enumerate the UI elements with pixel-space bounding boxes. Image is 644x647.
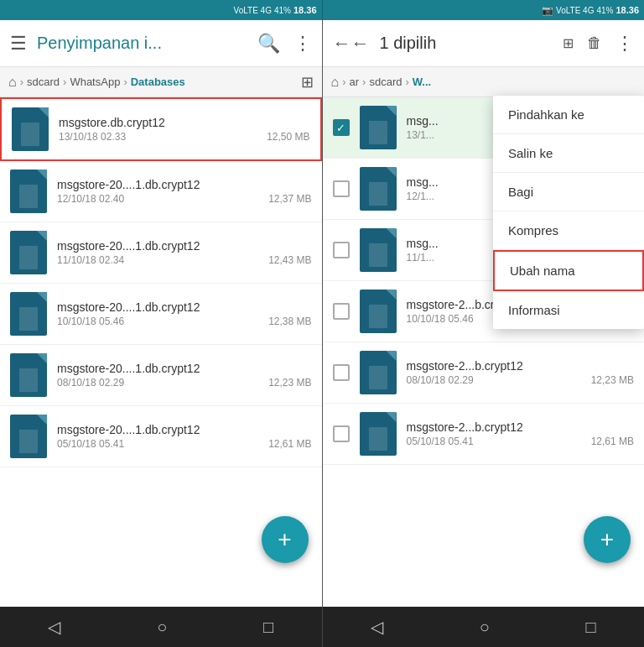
bottom-nav-left: ◁ ○ □ [0, 607, 323, 647]
right-grid-icon[interactable]: ⊞ [559, 32, 577, 55]
file-item-2[interactable]: msgstore-20....1.db.crypt12 11/10/18 02.… [0, 222, 322, 284]
right-file-date-4: 08/10/18 02.29 [407, 374, 474, 386]
file-item-4[interactable]: msgstore-20....1.db.crypt12 08/10/18 02.… [0, 345, 322, 406]
right-breadcrumb-sdcard[interactable]: sdcard [369, 76, 402, 88]
right-file-icon-2 [360, 228, 397, 272]
file-size-0: 12,50 MB [267, 131, 309, 143]
right-file-date-1: 12/1... [407, 190, 434, 202]
file-meta-2: 11/10/18 02.34 12,43 MB [57, 254, 312, 266]
breadcrumb-sdcard[interactable]: sdcard [27, 76, 60, 88]
file-date-0: 13/10/18 02.33 [59, 131, 126, 143]
right-file-icon-1 [360, 167, 397, 211]
file-icon-5 [10, 415, 47, 458]
file-meta-5: 05/10/18 05.41 12,61 MB [57, 438, 312, 450]
back-nav-button-left[interactable]: ◁ [41, 610, 67, 644]
file-item-1[interactable]: msgstore-20....1.db.crypt12 12/10/18 02.… [0, 161, 322, 222]
right-checkbox-2[interactable] [333, 242, 350, 258]
file-name-4: msgstore-20....1.db.crypt12 [57, 362, 312, 375]
file-name-2: msgstore-20....1.db.crypt12 [57, 239, 312, 253]
signal-right: VoLTE 4G [556, 6, 594, 15]
more-options-icon[interactable] [290, 29, 315, 58]
right-file-item-5[interactable]: msgstore-2...b.crypt12 05/10/18 05.41 12… [323, 404, 645, 465]
search-icon[interactable]: 🔍 [254, 29, 283, 58]
file-icon-4 [10, 353, 47, 397]
context-menu-bagi[interactable]: Bagi [493, 173, 644, 211]
file-icon-0 [12, 107, 49, 151]
right-file-date-2: 11/1... [407, 252, 434, 263]
home-nav-button-left[interactable]: ○ [150, 611, 174, 644]
right-file-icon-5 [360, 412, 397, 456]
right-home-icon[interactable]: ⌂ [331, 75, 340, 90]
status-bar-left: VoLTE 4G 41% 18.36 [0, 0, 323, 20]
right-file-size-4: 12,23 MB [591, 374, 634, 386]
right-file-item-4[interactable]: msgstore-2...b.crypt12 08/10/18 02.29 12… [323, 342, 645, 404]
left-panel: Penyimpanan i... 🔍 ⌂ › sdcard › WhatsApp… [0, 20, 323, 607]
file-date-5: 05/10/18 05.41 [57, 438, 124, 450]
menu-icon[interactable] [7, 29, 30, 58]
file-item-5[interactable]: msgstore-20....1.db.crypt12 05/10/18 05.… [0, 406, 322, 467]
context-menu-salin[interactable]: Salin ke [493, 134, 644, 173]
right-file-icon-3 [360, 290, 397, 333]
right-file-info-5: msgstore-2...b.crypt12 05/10/18 05.41 12… [407, 420, 635, 447]
file-meta-3: 10/10/18 05.46 12,38 MB [57, 316, 312, 327]
right-file-date-3: 10/10/18 05.46 [407, 313, 474, 325]
context-menu-kompres[interactable]: Kompres [493, 211, 644, 250]
right-breadcrumb-ar[interactable]: ar [350, 76, 360, 88]
file-date-1: 12/10/18 02.40 [57, 193, 124, 205]
right-file-info-4: msgstore-2...b.crypt12 08/10/18 02.29 12… [407, 359, 635, 386]
right-breadcrumb: ⌂ › ar › sdcard › W... [323, 67, 645, 97]
file-meta-1: 12/10/18 02.40 12,37 MB [57, 193, 312, 205]
grid-view-icon[interactable]: ⊞ [301, 73, 314, 91]
right-file-meta-4: 08/10/18 02.29 12,23 MB [407, 374, 635, 386]
main-row: Penyimpanan i... 🔍 ⌂ › sdcard › WhatsApp… [0, 20, 644, 607]
right-checkbox-0[interactable] [333, 119, 350, 136]
file-size-2: 12,43 MB [268, 254, 311, 266]
recents-nav-button-left[interactable]: □ [257, 611, 280, 644]
right-file-name-4: msgstore-2...b.crypt12 [407, 359, 635, 373]
file-info-0: msgstore.db.crypt12 13/10/18 02.33 12,50… [59, 116, 310, 143]
recents-nav-button-right[interactable]: □ [579, 611, 603, 644]
back-nav-button-right[interactable]: ◁ [364, 610, 390, 644]
file-date-4: 08/10/18 02.29 [57, 377, 124, 389]
status-bar-right: 📷 VoLTE 4G 41% 18.36 [323, 0, 645, 20]
file-item-0[interactable]: msgstore.db.crypt12 13/10/18 02.33 12,50… [0, 97, 322, 161]
breadcrumb-whatsapp[interactable]: WhatsApp [70, 76, 120, 88]
back-button[interactable]: ← [330, 29, 373, 58]
context-menu-pindahkan[interactable]: Pindahkan ke [493, 96, 644, 134]
file-meta-0: 13/10/18 02.33 12,50 MB [59, 131, 310, 143]
right-checkbox-3[interactable] [333, 303, 350, 320]
file-item-3[interactable]: msgstore-20....1.db.crypt12 10/10/18 05.… [0, 284, 322, 345]
file-name-3: msgstore-20....1.db.crypt12 [57, 300, 312, 314]
right-breadcrumb-w[interactable]: W... [413, 76, 431, 88]
right-checkbox-5[interactable] [333, 425, 350, 442]
left-fab-button[interactable]: + [262, 516, 309, 563]
file-name-5: msgstore-20....1.db.crypt12 [57, 423, 312, 436]
file-size-3: 12,38 MB [268, 316, 311, 327]
context-menu-ubah-nama[interactable]: Ubah nama [493, 250, 644, 291]
home-nav-button-right[interactable]: ○ [473, 611, 496, 644]
bottom-nav-right: ◁ ○ □ [323, 607, 645, 647]
breadcrumb-databases[interactable]: Databases [131, 76, 185, 88]
home-icon[interactable]: ⌂ [8, 75, 17, 90]
delete-icon[interactable]: 🗑 [584, 31, 605, 55]
right-file-size-5: 12,61 MB [591, 436, 634, 447]
file-info-1: msgstore-20....1.db.crypt12 12/10/18 02.… [57, 178, 312, 205]
file-name-1: msgstore-20....1.db.crypt12 [57, 178, 312, 191]
file-icon-3 [10, 292, 47, 336]
context-menu-informasi[interactable]: Informasi [493, 291, 644, 329]
right-fab-button[interactable]: + [584, 516, 631, 563]
right-file-meta-5: 05/10/18 05.41 12,61 MB [407, 436, 635, 447]
left-toolbar: Penyimpanan i... 🔍 [0, 20, 322, 67]
right-checkbox-1[interactable] [333, 180, 350, 197]
status-bar: VoLTE 4G 41% 18.36 📷 VoLTE 4G 41% 18.36 [0, 0, 644, 20]
right-toolbar: ← 1 dipilih ⊞ 🗑 [323, 20, 645, 67]
right-file-icon-4 [360, 351, 397, 394]
right-file-date-0: 13/1... [407, 129, 434, 141]
time-left: 18.36 [293, 5, 317, 15]
right-more-options-icon[interactable] [612, 29, 637, 58]
left-breadcrumb: ⌂ › sdcard › WhatsApp › Databases ⊞ [0, 67, 322, 97]
file-date-3: 10/10/18 05.46 [57, 316, 124, 327]
file-info-3: msgstore-20....1.db.crypt12 10/10/18 05.… [57, 300, 312, 327]
file-name-0: msgstore.db.crypt12 [59, 116, 310, 129]
right-checkbox-4[interactable] [333, 364, 350, 381]
